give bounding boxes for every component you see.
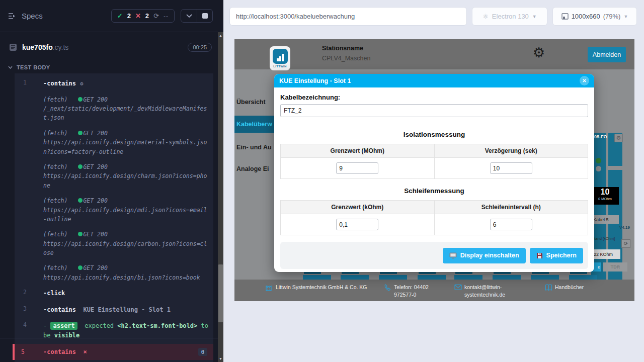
collapse-button[interactable] [181, 10, 197, 22]
logout-button[interactable]: Abmelden [588, 47, 626, 62]
modal-title: KUE Einstellung - Slot 1 [279, 77, 351, 84]
speichern-label: Speichern [546, 252, 577, 259]
app-header: LITTWIN Stationsname CPLV4_Maschen ⚙ Abm… [234, 39, 634, 69]
fetch-url: https://api.iconify.design/mdi.json?icon… [43, 207, 207, 223]
browser-name: Electron 130 [492, 13, 529, 20]
station-name-label: Stationsname [322, 45, 363, 52]
fetch-log-row: (fetch) GET 200 https://api.iconify.desi… [15, 159, 213, 193]
book-icon [545, 284, 552, 291]
status-ok-dot [78, 97, 83, 102]
kabelbezeichnung-label: Kabelbezeichnung: [280, 94, 588, 101]
stop-icon [202, 13, 208, 19]
footer-phone[interactable]: Telefon: 04402 972577-0 [394, 284, 448, 299]
fetch-log-row: (fetch) GET 200 /_next/static/developmen… [15, 92, 213, 126]
kue-device-panel: 705-FO ⚙ 10 0 MOhm Kabel 5 V4.19 rstand … [591, 133, 634, 280]
col-verzoegerung-sek: Verzögerung (sek) [434, 144, 588, 157]
fetch-url: https://api.iconify.design/material-symb… [43, 139, 207, 155]
phone-icon [384, 284, 391, 299]
modal-footer: Display einschalten Speichern [280, 242, 588, 269]
scroll-up-icon[interactable]: ▲ [218, 32, 223, 39]
specs-menu-icon[interactable] [8, 13, 17, 20]
schleifenmessung-table: Grenzwert (kOhm) Schleifenintervall (h) [280, 200, 588, 235]
retry-count-badge: 0 [198, 348, 207, 356]
aut-area: http://localhost:3000/kabelueberwachung … [223, 0, 644, 362]
cypress-reporter-panel: Specs ✓ 2 ✕ 2 ⟳ -- kue705fo .cy.ts 00:25… [0, 0, 223, 362]
device-gear-icon[interactable]: ⚙ [614, 134, 623, 142]
reporter-header: Specs ✓ 2 ✕ 2 ⟳ -- [0, 0, 218, 32]
display-value: 10 [591, 187, 619, 197]
kue-settings-modal: KUE Einstellung - Slot 1 ✕ Kabelbezeichn… [274, 74, 594, 272]
display-einschalten-button[interactable]: Display einschalten [443, 248, 526, 263]
monitor-icon [449, 252, 457, 259]
spec-extension: .cy.ts [53, 43, 69, 51]
footer-manuals-link[interactable]: Handbücher [555, 284, 584, 291]
browser-selector[interactable]: ⚛ Electron 130 ▼ [472, 7, 547, 26]
grenzwert-mohm-input[interactable] [336, 162, 378, 174]
scrollbar-thumb[interactable] [218, 264, 223, 322]
test-body-header[interactable]: TEST BODY [0, 62, 218, 72]
chevron-down-icon: ▼ [532, 14, 537, 19]
kabelbezeichnung-input[interactable] [280, 104, 588, 117]
test-body-label: TEST BODY [17, 64, 50, 70]
close-icon[interactable]: ✕ [580, 76, 589, 85]
command-contains-2[interactable]: 3 -contains KUE Einstellung - Slot 1 [15, 302, 213, 318]
viewport-zoom: (79%) [603, 13, 621, 20]
widerstand-label: rstand [kOhm] [591, 236, 615, 241]
fetch-url: https://api.iconify.design/bi.json?icons… [43, 274, 200, 281]
status-ok-dot [78, 131, 83, 135]
fetch-url: /_next/static/development/_devMiddleware… [43, 105, 207, 121]
isolationsmessung-table: Grenzwert (MOhm) Verzögerung (sek) [280, 144, 588, 179]
schleifenintervall-h-input[interactable] [490, 219, 532, 230]
fetch-url: https://api.iconify.design/carbon.json?i… [43, 240, 207, 256]
fetch-log-row: (fetch) GET 200 https://api.iconify.desi… [15, 126, 213, 159]
url-bar[interactable]: http://localhost:3000/kabelueberwachung [229, 7, 467, 26]
command-line-number: 2 [15, 289, 43, 298]
command-line-number: 1 [15, 79, 43, 88]
command-line-number: 3 [15, 305, 43, 315]
specs-label[interactable]: Specs [22, 12, 43, 20]
station-name-value: CPLV4_Maschen [322, 55, 370, 62]
settings-gear-icon[interactable]: ⚙ [533, 46, 545, 60]
pending-count: -- [164, 13, 169, 20]
grenzwert-kohm-input[interactable] [336, 219, 378, 230]
command-name: -contains [43, 348, 76, 355]
nav-ein-und-ausgaenge[interactable]: Ein- und Au [236, 144, 272, 151]
status-ok-dot [78, 232, 83, 236]
scroll-down-icon[interactable]: ▼ [218, 355, 223, 362]
viewport-icon [561, 13, 569, 20]
nav-kabelueberwachung-active[interactable]: Kabelüberw [234, 116, 279, 133]
verzoegerung-sek-input[interactable] [490, 162, 532, 174]
command-click[interactable]: 2 -click [15, 285, 213, 302]
factory-icon [266, 284, 273, 291]
littwin-logo-icon [273, 49, 288, 64]
spec-name: kue705fo [22, 43, 53, 51]
footer-email[interactable]: kontakt@littwin-systemtechnik.de [464, 284, 512, 299]
nav-analoge-eingaenge[interactable]: Analoge Ei [236, 165, 269, 172]
fetch-log-row: (fetch) GET 200 https://api.iconify.desi… [15, 193, 213, 227]
failed-count: 2 [145, 12, 149, 20]
modal-header: KUE Einstellung - Slot 1 ✕ [274, 74, 594, 87]
fetch-log-row: (fetch) GET 200 https://api.iconify.desi… [15, 260, 213, 285]
email-icon [454, 284, 462, 299]
tab-tdr[interactable]: TDR [603, 262, 627, 272]
refresh-icon[interactable]: ⟳ [621, 239, 630, 248]
command-contains-failed[interactable]: 5 -contains × 0 [13, 344, 213, 360]
status-ok-dot [78, 198, 83, 203]
col-grenzwert-kohm: Grenzwert (kOhm) [281, 201, 434, 214]
fail-x-icon: × [83, 348, 87, 355]
viewport-selector[interactable]: 1000x660 (79%) ▼ [552, 7, 637, 26]
spec-file-row[interactable]: kue705fo .cy.ts 00:25 [0, 38, 218, 56]
electron-icon: ⚛ [482, 13, 489, 20]
app-footer: Littwin Systemtechnik GmbH & Co. KG Tele… [234, 280, 634, 301]
reporter-scrollbar[interactable]: ▲ ▼ [218, 32, 223, 362]
speichern-button[interactable]: Speichern [530, 248, 583, 263]
led-green [596, 158, 601, 163]
status-ok-dot [78, 265, 83, 270]
command-contains-1[interactable]: 1 -contains⚙ [15, 75, 213, 92]
url-text: http://localhost:3000/kabelueberwachung [236, 13, 355, 20]
test-stats: ✓ 2 ✕ 2 ⟳ -- [111, 9, 175, 23]
nav-uebersicht[interactable]: Übersicht [236, 99, 266, 106]
command-assert[interactable]: 4 - assert expected <h2.text-sm.font-bol… [15, 318, 213, 343]
status-ok-dot [78, 164, 83, 169]
stop-button[interactable] [197, 10, 212, 22]
